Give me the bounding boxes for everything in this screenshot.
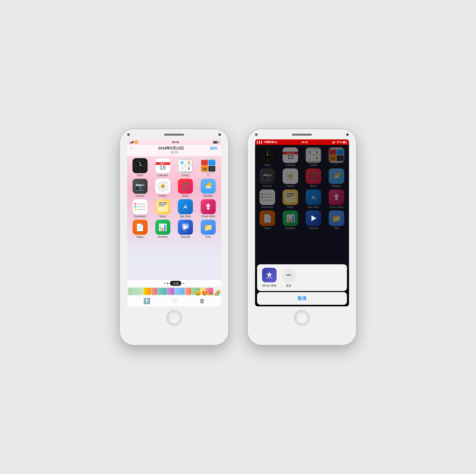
app-item-notes[interactable]: Notes xyxy=(152,199,173,218)
app-icon-weather: ☀️ ⛅ xyxy=(201,179,216,194)
bt-icon: * xyxy=(335,141,336,144)
app-item-reminders[interactable]: Reminders xyxy=(130,199,151,218)
right-status-right: ⏰ * 27% xyxy=(332,141,347,144)
app-icon-notes xyxy=(155,199,170,214)
app-item-files[interactable]: 📁 Files xyxy=(198,220,219,238)
app-item-photos[interactable]: Photos xyxy=(152,179,173,197)
app-icon-keynote xyxy=(178,220,193,235)
app-label-camera: Camera xyxy=(136,194,145,197)
app-label-keynote: Keynote xyxy=(181,235,190,238)
header-date: 2018年5月13日 xyxy=(158,146,184,151)
signal-bars-left xyxy=(130,141,134,143)
alarm-icon: ⏰ xyxy=(332,141,335,144)
left-bottom-bar: -0:05 😀😍🎉 xyxy=(127,280,221,306)
back-button[interactable]: ‹ xyxy=(131,146,132,151)
right-status-time: 18:16 xyxy=(301,141,308,144)
app-item-music[interactable]: 🎵 Music xyxy=(175,179,196,197)
app-label-numbers: Numbers xyxy=(158,235,168,238)
speaker-left xyxy=(164,134,184,136)
app-label-notes: Notes xyxy=(160,215,166,218)
app-item-keynote[interactable]: Keynote xyxy=(175,220,196,238)
action-more-label: 更多 xyxy=(286,284,292,288)
left-phone: 📶 09:41 ‹ 2018年5月13日 编辑 18:16 xyxy=(120,129,228,345)
action-sheet: iMovie 剪辑 ••• 更多 取消 xyxy=(255,264,349,306)
app-icon-itunes xyxy=(201,199,216,214)
battery-pct: 27% xyxy=(337,141,342,144)
app-label-weather: Weather xyxy=(203,194,213,197)
action-imovie-icon xyxy=(262,268,277,282)
left-home-button-inner xyxy=(168,312,180,323)
app-label-calendar: Calendar xyxy=(158,174,168,177)
action-imovie-item[interactable]: iMovie 剪辑 xyxy=(262,268,277,288)
app-label-pages: Pages xyxy=(137,235,144,238)
app-label-reminders: Reminders xyxy=(134,215,146,218)
header-time: 18:16 xyxy=(131,151,218,154)
speaker-right xyxy=(292,134,312,136)
timeline-strip[interactable]: 😀😍🎉🌈 xyxy=(127,287,221,296)
app-item-appstore[interactable]: App Store xyxy=(175,199,196,218)
cancel-label: 取消 xyxy=(298,296,306,301)
app-label-music: Music xyxy=(182,194,189,197)
heart-icon[interactable]: ♡ xyxy=(172,298,177,304)
bar3 xyxy=(132,141,133,143)
action-more-btn[interactable]: ••• xyxy=(282,268,296,282)
signal-icon-right: ▍▍▍ xyxy=(257,141,263,144)
app-item-itunes[interactable]: iTunes Store xyxy=(198,199,219,218)
left-status-time: 09:41 xyxy=(172,141,179,144)
app-icon-camera: 📷 xyxy=(133,179,148,194)
battery-fill-left xyxy=(213,141,217,143)
app-label-appstore: App Store xyxy=(180,215,191,218)
front-camera-right xyxy=(255,133,258,136)
left-battery xyxy=(213,141,218,144)
dark-overlay xyxy=(255,145,349,270)
action-more-item[interactable]: ••• 更多 xyxy=(282,268,296,288)
dot-active xyxy=(167,283,168,284)
right-screen: ▍▍▍ 中国联通 4G 18:16 ⏰ * 27% xyxy=(255,139,349,306)
share-icon[interactable]: ⬆️ xyxy=(143,298,150,304)
app-icon-photos xyxy=(155,179,170,194)
left-signal-area: 📶 xyxy=(130,140,138,144)
app-item-clock[interactable]: 12 6 9 3 Clock xyxy=(130,158,151,177)
app-item-numbers[interactable]: 📊 Numbers xyxy=(152,220,173,238)
front-camera-left xyxy=(127,133,130,136)
left-home-button[interactable] xyxy=(167,310,181,325)
app-label-extras: Extras xyxy=(182,174,189,177)
right-status-left: ▍▍▍ 中国联通 4G xyxy=(257,140,277,144)
wifi-icon-left: 📶 xyxy=(135,140,138,144)
right-home-button-inner xyxy=(296,312,308,323)
svg-rect-41 xyxy=(266,277,273,279)
action-sheet-apps: iMovie 剪辑 ••• 更多 xyxy=(257,264,347,291)
right-phone-top xyxy=(248,129,356,136)
right-status-bar: ▍▍▍ 中国联通 4G 18:16 ⏰ * 27% xyxy=(255,139,349,145)
svg-rect-19 xyxy=(207,206,209,208)
right-home-button[interactable] xyxy=(295,310,309,325)
app-icon-f: 📺 🎵 xyxy=(201,158,216,173)
bar4 xyxy=(133,141,134,143)
time-badge: -0:05 xyxy=(172,282,179,285)
svg-text:12: 12 xyxy=(140,162,141,163)
edit-button[interactable]: 编辑 xyxy=(210,146,217,151)
action-imovie-label: iMovie 剪辑 xyxy=(262,284,276,288)
left-header-top: ‹ 2018年5月13日 编辑 xyxy=(131,146,218,151)
svg-point-17 xyxy=(181,202,190,211)
carrier-name: 中国联通 xyxy=(264,140,274,144)
app-label-f: F xyxy=(207,174,209,177)
action-cancel-button[interactable]: 取消 xyxy=(257,292,347,305)
app-item-weather[interactable]: ☀️ ⛅ Weather xyxy=(198,179,219,197)
app-item-calendar[interactable]: MAY 15 Calendar xyxy=(152,158,173,177)
camera-sensor-left xyxy=(218,133,221,136)
app-label-photos: Photos xyxy=(159,194,167,197)
app-item-camera[interactable]: 📷 Camera xyxy=(130,179,151,197)
app-label-clock: Clock xyxy=(137,174,143,177)
left-status-bar: 📶 09:41 xyxy=(127,139,221,145)
camera-sensor-right xyxy=(346,133,349,136)
app-item-pages[interactable]: 📄 Pages xyxy=(130,220,151,238)
dot-3 xyxy=(183,283,184,284)
left-screen: 📶 09:41 ‹ 2018年5月13日 编辑 18:16 xyxy=(127,139,221,306)
app-icon-music: 🎵 xyxy=(178,179,193,194)
app-icon-pages: 📄 xyxy=(133,220,148,235)
app-item-f[interactable]: 📺 🎵 F xyxy=(198,158,219,177)
bar2 xyxy=(131,142,132,143)
app-label-files: Files xyxy=(206,235,211,238)
app-item-extras[interactable]: 🌐 🧮 🕐 🗓 Extras xyxy=(175,158,196,177)
